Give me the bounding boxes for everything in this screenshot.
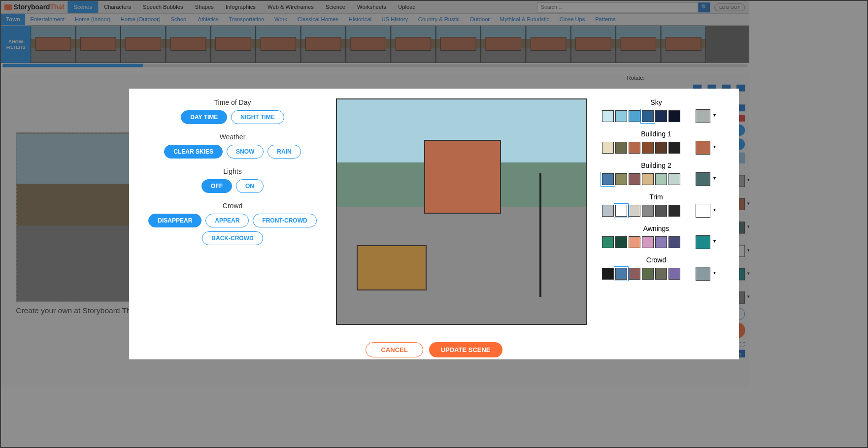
pill-appear[interactable]: APPEAR xyxy=(205,214,249,227)
swatch[interactable] xyxy=(602,236,614,248)
swatch[interactable] xyxy=(615,173,627,185)
swatch[interactable] xyxy=(615,236,627,248)
swatch[interactable] xyxy=(655,110,667,122)
swatch[interactable] xyxy=(615,142,627,154)
pill-off[interactable]: OFF xyxy=(201,179,232,193)
color-picker[interactable] xyxy=(696,109,710,123)
pill-front-crowd[interactable]: FRONT-CROWD xyxy=(253,214,316,227)
pill-night-time[interactable]: NIGHT TIME xyxy=(231,110,284,124)
swatch[interactable] xyxy=(642,142,654,154)
edit-scene-modal: Time of DayDAY TIMENIGHT TIMEWeatherCLEA… xyxy=(129,89,739,359)
swatch[interactable] xyxy=(602,268,614,280)
swatch[interactable] xyxy=(655,236,667,248)
option-label: Time of Day xyxy=(144,98,321,106)
option-label: Weather xyxy=(144,133,321,141)
swatch[interactable] xyxy=(655,268,667,280)
modal-overlay: Time of DayDAY TIMENIGHT TIMEWeatherCLEA… xyxy=(1,1,867,447)
swatch[interactable] xyxy=(642,268,654,280)
color-label-building-2: Building 2 xyxy=(602,161,710,169)
swatch[interactable] xyxy=(668,173,680,185)
swatch[interactable] xyxy=(615,205,627,217)
swatch[interactable] xyxy=(629,110,640,122)
swatch[interactable] xyxy=(602,142,614,154)
swatch[interactable] xyxy=(602,173,614,185)
update-scene-button[interactable]: UPDATE SCENE xyxy=(429,342,502,357)
color-picker[interactable] xyxy=(696,172,710,186)
swatch[interactable] xyxy=(668,142,680,154)
swatch[interactable] xyxy=(615,268,627,280)
color-picker[interactable] xyxy=(696,141,710,155)
swatch[interactable] xyxy=(655,205,667,217)
swatch[interactable] xyxy=(642,173,654,185)
swatch[interactable] xyxy=(615,110,627,122)
color-label-trim: Trim xyxy=(602,193,710,201)
pill-day-time[interactable]: DAY TIME xyxy=(181,110,227,124)
pill-on[interactable]: ON xyxy=(236,179,264,193)
color-label-crowd: Crowd xyxy=(602,256,710,264)
swatch[interactable] xyxy=(655,142,667,154)
color-picker[interactable] xyxy=(696,267,710,281)
swatch[interactable] xyxy=(629,173,640,185)
pill-rain[interactable]: RAIN xyxy=(267,145,300,159)
swatch[interactable] xyxy=(629,205,640,217)
swatch[interactable] xyxy=(668,205,680,217)
color-label-awnings: Awnings xyxy=(602,224,710,232)
swatch[interactable] xyxy=(629,268,640,280)
color-picker[interactable] xyxy=(696,235,710,249)
swatch[interactable] xyxy=(668,110,680,122)
cancel-button[interactable]: CANCEL xyxy=(366,342,423,357)
option-label: Crowd xyxy=(144,202,321,210)
color-picker[interactable] xyxy=(696,204,710,218)
pill-disappear[interactable]: DISAPPEAR xyxy=(148,214,201,227)
swatch[interactable] xyxy=(602,110,614,122)
scene-colors: SkyBuilding 1Building 2TrimAwningsCrowd xyxy=(602,98,710,325)
swatch[interactable] xyxy=(668,236,680,248)
pill-clear-skies[interactable]: CLEAR SKIES xyxy=(164,145,223,159)
color-label-sky: Sky xyxy=(602,98,710,106)
swatch[interactable] xyxy=(655,173,667,185)
swatch[interactable] xyxy=(642,110,654,122)
swatch[interactable] xyxy=(629,142,640,154)
pill-snow[interactable]: SNOW xyxy=(227,145,264,159)
color-label-building-1: Building 1 xyxy=(602,130,710,138)
pill-back-crowd[interactable]: BACK-CROWD xyxy=(202,231,263,245)
swatch[interactable] xyxy=(642,236,654,248)
swatch[interactable] xyxy=(642,205,654,217)
option-label: Lights xyxy=(144,167,321,175)
swatch[interactable] xyxy=(602,205,614,217)
swatch[interactable] xyxy=(629,236,640,248)
swatch[interactable] xyxy=(668,268,680,280)
scene-preview xyxy=(336,98,587,325)
scene-options: Time of DayDAY TIMENIGHT TIMEWeatherCLEA… xyxy=(144,98,321,325)
